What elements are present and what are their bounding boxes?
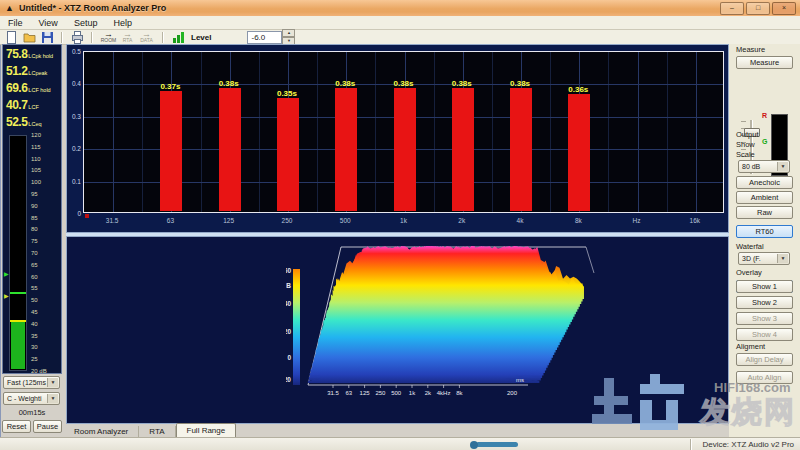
meter-scale-label: 25	[31, 356, 61, 362]
rt60-bar-value-label: 0.38s	[209, 79, 249, 88]
x-axis-label: 16k	[680, 217, 710, 224]
window-title: Untitled* - XTZ Room Analyzer Pro	[19, 3, 166, 13]
meter-scale-label: 95	[31, 191, 61, 197]
overlay-show-3-button[interactable]: Show 3	[736, 312, 793, 325]
level-spinbox[interactable]: -6.0 ▲ ▼	[247, 29, 295, 45]
save-icon[interactable]	[40, 31, 54, 44]
waterfall-mode-select[interactable]: 3D (F. ▼	[738, 252, 790, 265]
rt60-bar	[568, 94, 590, 211]
status-slider[interactable]	[470, 441, 520, 448]
rt60-bar	[160, 91, 182, 211]
spl-reading-row: 75.8LCpk hold	[6, 47, 60, 64]
rt60-plot-area	[83, 51, 724, 213]
app-icon: ▲	[5, 4, 14, 13]
x-axis-label: Hz	[622, 217, 652, 224]
pause-button[interactable]: Pause	[33, 420, 62, 433]
minimize-button[interactable]: –	[720, 2, 744, 15]
rt60-bar	[219, 88, 241, 211]
level-value[interactable]: -6.0	[247, 31, 282, 44]
status-bar: Device: XTZ Audio v2 Pro	[0, 437, 800, 450]
status-slider-knob[interactable]	[470, 441, 478, 449]
chevron-down-icon[interactable]: ▼	[777, 254, 788, 263]
spl-meter-fill	[11, 320, 25, 369]
menu-item-file[interactable]: File	[0, 18, 31, 28]
rt60-bar-value-label: 0.38s	[325, 79, 365, 88]
meter-arrow-icon: ▶	[4, 271, 9, 277]
overlay-show-2-button[interactable]: Show 2	[736, 296, 793, 309]
x-axis-label: 125	[214, 217, 244, 224]
spl-reading-row: 52.5LCeq	[6, 115, 60, 132]
spl-reading-row: 51.2LCpeak	[6, 64, 60, 81]
export-caption: RTA	[123, 38, 133, 43]
svg-text:dB: dB	[286, 282, 291, 289]
y-axis-label: 0	[67, 210, 81, 217]
meter-scale-label: 65	[31, 262, 61, 268]
new-file-icon[interactable]	[4, 31, 18, 44]
chevron-down-icon[interactable]: ▼	[47, 378, 58, 387]
device-status: Device: XTZ Audio v2 Pro	[702, 440, 794, 449]
align-delay-button[interactable]: Align Delay	[736, 353, 793, 366]
meter-scale-label: 40	[31, 321, 61, 327]
speed-select[interactable]: Fast (125ms ▼	[3, 376, 60, 389]
weighting-select[interactable]: C - Weighti ▼	[3, 392, 60, 405]
grid-line	[142, 52, 143, 212]
rt60-button[interactable]: RT60	[736, 225, 793, 238]
spl-meter-scale: 1201151101051009590858075706560555045403…	[31, 132, 61, 374]
reading-value: 75.8	[6, 47, 27, 61]
reset-button[interactable]: Reset	[2, 420, 31, 433]
rt60-bar	[510, 88, 532, 211]
reading-value: 40.7	[6, 98, 27, 112]
svg-text:8k: 8k	[456, 390, 463, 396]
overlay-show-1-button[interactable]: Show 1	[736, 280, 793, 293]
svg-text:500: 500	[391, 390, 402, 396]
export-rta-button[interactable]: →RTA	[119, 31, 136, 43]
export-data-button[interactable]: →DATA	[138, 31, 155, 43]
menu-item-help[interactable]: Help	[105, 18, 140, 28]
right-control-panel: Measure Measure RGL Output Show Scale 80…	[729, 44, 800, 437]
chevron-down-icon[interactable]: ▼	[777, 162, 788, 171]
tab-full-range[interactable]: Full Range	[176, 423, 237, 437]
tab-rta[interactable]: RTA	[139, 426, 175, 437]
ambient-button[interactable]: Ambient	[736, 191, 793, 204]
svg-text:20: 20	[286, 328, 291, 335]
tab-room-analyzer[interactable]: Room Analyzer	[64, 426, 139, 437]
scale-select[interactable]: 80 dB ▼	[738, 160, 790, 173]
meter-scale-label: 120	[31, 132, 61, 138]
raw-button[interactable]: Raw	[736, 206, 793, 219]
menu-item-setup[interactable]: Setup	[66, 18, 106, 28]
measure-button[interactable]: Measure	[736, 56, 793, 69]
reading-label: LCF	[28, 104, 38, 110]
level-label: Level	[191, 33, 211, 42]
view-tabs: Room AnalyzerRTAFull Range	[64, 424, 729, 437]
meter-scale-label: 115	[31, 144, 61, 150]
meter-scale-label: 30	[31, 344, 61, 350]
y-axis-label: 0.1	[67, 178, 81, 185]
grid-line	[492, 52, 493, 212]
grid-line	[113, 52, 114, 212]
svg-text:2k: 2k	[425, 390, 432, 396]
svg-text:31.5: 31.5	[327, 390, 339, 396]
axis-cursor-marker	[85, 214, 89, 218]
alignment-group-label: Aligment	[736, 342, 765, 351]
overlay-show-4-button[interactable]: Show 4	[736, 328, 793, 341]
menu-item-view[interactable]: View	[31, 18, 66, 28]
export-room-button[interactable]: →ROOM	[100, 31, 117, 43]
x-axis-label: 8k	[563, 217, 593, 224]
maximize-button[interactable]: □	[746, 2, 770, 15]
anechoic-button[interactable]: Anechoic	[736, 176, 793, 189]
chevron-down-icon[interactable]: ▼	[47, 394, 58, 403]
rt60-bar-value-label: 0.37s	[150, 82, 190, 91]
measure-group-label: Measure	[736, 45, 765, 54]
show-group-label: Show	[736, 140, 755, 149]
meter-scale-label: 75	[31, 238, 61, 244]
reading-label: LCpeak	[28, 70, 47, 76]
auto-align-button[interactable]: Auto Align	[736, 371, 793, 384]
svg-text:200: 200	[507, 390, 518, 396]
print-icon[interactable]	[70, 31, 84, 44]
close-button[interactable]: ×	[772, 2, 796, 15]
grid-line	[201, 52, 202, 212]
meter-controls: Fast (125ms ▼ C - Weighti ▼ 00m15s Reset…	[0, 374, 64, 437]
spin-up-icon[interactable]: ▲	[282, 29, 295, 37]
waterfall-chart: 6040200-20dB31.5631252505001k2k4kHz8k200…	[66, 236, 729, 424]
open-file-icon[interactable]	[22, 31, 36, 44]
